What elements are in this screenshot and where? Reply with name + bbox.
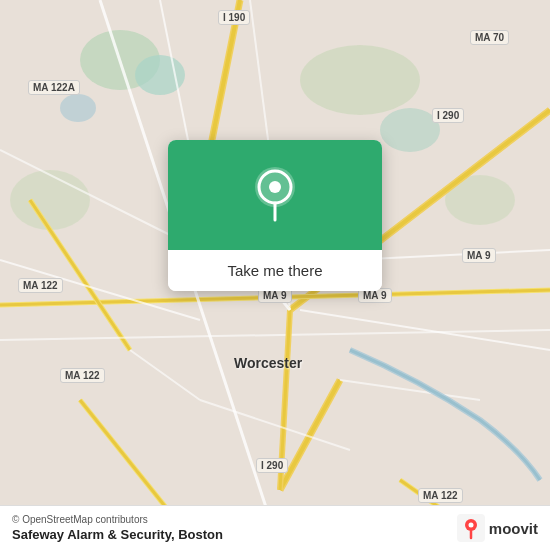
location-text: Safeway Alarm & Security, Boston bbox=[12, 527, 223, 542]
svg-point-5 bbox=[300, 45, 420, 115]
svg-point-4 bbox=[60, 94, 96, 122]
svg-line-17 bbox=[30, 200, 130, 350]
svg-point-2 bbox=[135, 55, 185, 95]
road-label-ma122a: MA 122A bbox=[28, 80, 80, 95]
road-label-i190: I 190 bbox=[218, 10, 250, 25]
location-pin-icon bbox=[250, 165, 300, 225]
copyright-text: © OpenStreetMap contributors bbox=[12, 514, 223, 525]
city-label: Worcester bbox=[234, 355, 302, 371]
road-label-ma122-left: MA 122 bbox=[18, 278, 63, 293]
bottom-bar-left: © OpenStreetMap contributors Safeway Ala… bbox=[12, 514, 223, 542]
svg-line-16 bbox=[30, 200, 130, 350]
svg-line-24 bbox=[0, 330, 550, 340]
svg-line-34 bbox=[340, 380, 480, 400]
moovit-label: moovit bbox=[489, 520, 538, 537]
map-container: Worcester I 190 MA 70 MA 122A I 290 MA 9… bbox=[0, 0, 550, 550]
svg-line-12 bbox=[280, 380, 340, 490]
svg-line-35 bbox=[130, 350, 200, 400]
road-label-ma9-right: MA 9 bbox=[462, 248, 496, 263]
svg-point-3 bbox=[380, 108, 440, 152]
svg-point-6 bbox=[445, 175, 515, 225]
popup-green-area bbox=[168, 140, 382, 250]
svg-point-38 bbox=[269, 181, 281, 193]
road-label-ma122-bottom: MA 122 bbox=[60, 368, 105, 383]
take-me-there-button[interactable]: Take me there bbox=[168, 250, 382, 291]
svg-point-1 bbox=[80, 30, 160, 90]
svg-point-41 bbox=[468, 523, 473, 528]
road-label-ma122-br: MA 122 bbox=[418, 488, 463, 503]
road-label-ma70: MA 70 bbox=[470, 30, 509, 45]
svg-line-33 bbox=[200, 400, 350, 450]
popup-card: Take me there bbox=[168, 140, 382, 291]
svg-line-13 bbox=[280, 380, 340, 490]
moovit-icon bbox=[457, 514, 485, 542]
svg-point-7 bbox=[10, 170, 90, 230]
bottom-bar: © OpenStreetMap contributors Safeway Ala… bbox=[0, 505, 550, 550]
road-label-i290-top: I 290 bbox=[432, 108, 464, 123]
road-label-i290-bottom: I 290 bbox=[256, 458, 288, 473]
svg-line-32 bbox=[300, 310, 550, 350]
moovit-logo: moovit bbox=[457, 514, 538, 542]
